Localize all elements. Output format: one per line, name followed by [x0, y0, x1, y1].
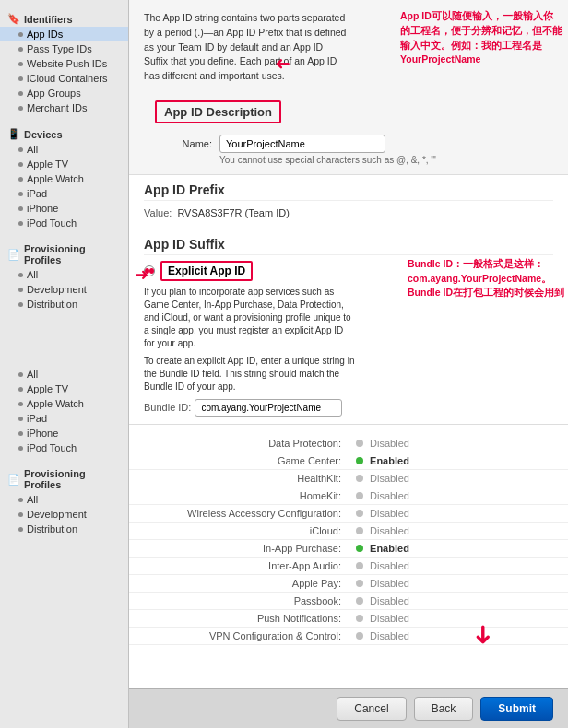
dot-icon — [18, 498, 23, 502]
sidebar-item-merchantids[interactable]: Merchant IDs — [0, 100, 128, 115]
dot-icon — [18, 62, 23, 66]
status-dot — [356, 457, 363, 464]
cap-status: Disabled — [349, 435, 568, 452]
back-button[interactable]: Back — [414, 697, 474, 721]
status-dot — [356, 632, 363, 640]
dot-icon — [18, 106, 23, 111]
suffix-title: App ID Suffix — [144, 237, 553, 255]
cap-status-label: Disabled — [370, 473, 409, 484]
sidebar-item-all2[interactable]: All — [0, 367, 128, 382]
cap-status-label: Disabled — [370, 578, 409, 589]
dot-icon — [18, 527, 23, 532]
capabilities-section: Data Protection: Disabled Game Center: E… — [129, 425, 568, 651]
status-dot — [356, 562, 363, 569]
status-dot — [356, 527, 363, 534]
cancel-button[interactable]: Cancel — [337, 697, 406, 721]
cap-name: Push Notifications: — [129, 609, 349, 627]
arrow-to-description: ➜ — [275, 53, 290, 76]
sidebar-item-ipodtouch2[interactable]: iPod Touch — [0, 440, 128, 455]
cap-name: Apple Pay: — [129, 574, 349, 592]
sidebar-item-iphone2[interactable]: iPhone — [0, 426, 128, 440]
sidebar: 🔖 Identifiers App IDs Pass Type IDs Webs… — [0, 0, 129, 728]
name-input[interactable] — [219, 135, 385, 153]
cap-status-label: Enabled — [370, 543, 409, 554]
sidebar-item-all-devices[interactable]: All — [0, 142, 128, 157]
identifiers-section: 🔖 Identifiers — [0, 7, 128, 27]
sidebar-item-appletv2[interactable]: Apple TV — [0, 382, 128, 396]
bottom-bar: Cancel Back Submit — [129, 688, 568, 728]
cap-status-label: Enabled — [370, 455, 409, 466]
status-dot — [356, 492, 363, 499]
table-row: Inter-App Audio: Disabled — [129, 557, 568, 574]
sidebar-item-ipodtouch[interactable]: iPod Touch — [0, 216, 128, 230]
sidebar-item-appletv[interactable]: Apple TV — [0, 157, 128, 171]
cap-status-label: Disabled — [370, 508, 409, 519]
cap-status: Disabled — [349, 487, 568, 504]
app-id-description-section: App ID Description — [144, 93, 553, 131]
cap-status: Disabled — [349, 592, 568, 609]
cap-name: HealthKit: — [129, 469, 349, 487]
table-row: Wireless Accessory Configuration: Disabl… — [129, 504, 568, 522]
sidebar-item-development[interactable]: Development — [0, 282, 128, 297]
cap-status: Disabled — [349, 574, 568, 592]
prefix-section: App ID Prefix Value: RVSA8S3F7R (Team ID… — [129, 175, 568, 229]
sidebar-item-development2[interactable]: Development — [0, 507, 128, 522]
table-row: In-App Purchase: Enabled — [129, 539, 568, 557]
sidebar-item-distribution[interactable]: Distribution — [0, 297, 128, 311]
sidebar-item-ipad2[interactable]: iPad — [0, 411, 128, 426]
intro-text: The App ID string contains two parts sep… — [144, 11, 347, 84]
suffix-section: App ID Suffix ➜ Explicit App ID If you p… — [129, 229, 568, 425]
name-field: You cannot use special characters such a… — [219, 135, 542, 165]
cap-status-label: Disabled — [370, 613, 409, 624]
cap-name: In-App Purchase: — [129, 539, 349, 557]
cap-status-label: Disabled — [370, 490, 409, 501]
cn-annotation-1: App ID可以随便输入，一般输入你的工程名，便于分辨和记忆，但不能输入中文。例… — [400, 9, 562, 67]
status-dot — [356, 597, 363, 605]
arrow-to-explicit: ➜ — [135, 264, 148, 285]
bundle-id-row: Bundle ID: — [144, 399, 553, 417]
dot-icon — [18, 206, 23, 211]
bundle-id-label: Bundle ID: — [144, 402, 191, 413]
status-dot — [356, 580, 363, 587]
sidebar-item-appgroups[interactable]: App Groups — [0, 86, 128, 100]
arrow-to-submit: ➜ — [468, 624, 499, 645]
prefix-value-row: Value: RVSA8S3F7R (Team ID) — [144, 205, 553, 221]
dot-icon — [18, 288, 23, 292]
sidebar-item-websitepushids[interactable]: Website Push IDs — [0, 56, 128, 71]
cap-name: Data Protection: — [129, 435, 349, 452]
sidebar-item-all-provisioning[interactable]: All — [0, 267, 128, 282]
dot-icon — [18, 47, 23, 52]
cap-status: Enabled — [349, 452, 568, 469]
sidebar-item-iphone[interactable]: iPhone — [0, 201, 128, 216]
table-row: HealthKit: Disabled — [129, 469, 568, 487]
sidebar-item-distribution2[interactable]: Distribution — [0, 522, 128, 536]
dot-icon — [18, 192, 23, 196]
cap-status: Disabled — [349, 504, 568, 522]
provisioning-icon: 📄 — [7, 249, 20, 261]
sidebar-item-passtypeids[interactable]: Pass Type IDs — [0, 41, 128, 56]
bundle-id-input[interactable] — [195, 399, 342, 417]
sidebar-item-applewatch[interactable]: Apple Watch — [0, 171, 128, 186]
sidebar-item-ipad[interactable]: iPad — [0, 186, 128, 201]
bundle-desc: To create an explicit App ID, enter a un… — [144, 355, 356, 393]
cap-status: Disabled — [349, 627, 568, 644]
table-row: HomeKit: Disabled — [129, 487, 568, 504]
sidebar-item-all-prov2[interactable]: All — [0, 492, 128, 507]
cap-name: HomeKit: — [129, 487, 349, 504]
sidebar-item-icloudcontainers[interactable]: iCloud Containers — [0, 71, 128, 86]
dot-icon — [18, 387, 23, 392]
submit-button[interactable]: Submit — [480, 697, 553, 721]
explicit-desc: If you plan to incorporate app services … — [144, 286, 356, 350]
main-content: The App ID string contains two parts sep… — [129, 0, 568, 688]
dot-icon — [18, 91, 23, 96]
sidebar-item-appids[interactable]: App IDs — [0, 27, 128, 41]
dot-icon — [18, 446, 23, 451]
sidebar-item-applewatch2[interactable]: Apple Watch — [0, 396, 128, 411]
cap-status: Disabled — [349, 557, 568, 574]
cap-name: VPN Configuration & Control: — [129, 627, 349, 644]
table-row: iCloud: Disabled — [129, 522, 568, 539]
cap-status: Disabled — [349, 609, 568, 627]
cap-name: Passbook: — [129, 592, 349, 609]
identifiers-icon: 🔖 — [7, 13, 20, 25]
provisioning-icon2: 📄 — [7, 474, 20, 486]
